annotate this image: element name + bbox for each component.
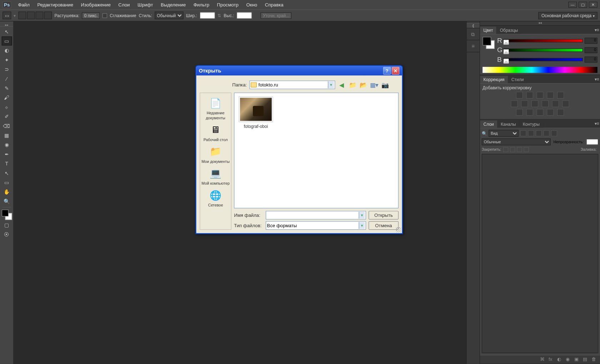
color-panel-menu[interactable]: ▾≡ bbox=[595, 28, 599, 32]
adj-panel-menu[interactable]: ▾≡ bbox=[595, 77, 599, 81]
place-mycomputer[interactable]: 💻 Мой компьютер bbox=[200, 166, 231, 187]
adjustment-layer-icon[interactable]: ◉ bbox=[566, 356, 572, 363]
tool-rectangle[interactable]: ▭ bbox=[1, 178, 12, 187]
layers-panel-menu[interactable]: ▾≡ bbox=[595, 121, 599, 126]
workspace-switcher[interactable]: Основная рабочая среда ▾ bbox=[539, 12, 598, 19]
menu-filter[interactable]: Фильтр bbox=[190, 1, 213, 8]
adj-colorlookup[interactable] bbox=[562, 100, 569, 107]
width-input[interactable] bbox=[200, 12, 215, 19]
view-options-icon[interactable]: ▦▾ bbox=[370, 81, 379, 89]
filter-type[interactable] bbox=[536, 130, 542, 136]
adj-gradientmap[interactable] bbox=[547, 109, 554, 116]
layers-list[interactable] bbox=[482, 154, 598, 353]
menu-help[interactable]: Справка bbox=[261, 1, 287, 8]
tool-type[interactable]: T bbox=[1, 159, 12, 168]
panels-collapse[interactable]: ◂◂ bbox=[480, 21, 600, 26]
b-slider[interactable] bbox=[503, 58, 583, 61]
filename-input[interactable]: ▼ bbox=[266, 211, 366, 219]
filter-smart[interactable] bbox=[551, 130, 557, 136]
menu-file[interactable]: Файл bbox=[15, 1, 33, 8]
feather-input[interactable]: 0 пикс. bbox=[82, 12, 100, 19]
tool-move[interactable]: ↖ bbox=[1, 27, 12, 36]
tool-eyedropper[interactable]: ⁄ bbox=[1, 74, 12, 83]
selection-new[interactable] bbox=[19, 11, 26, 19]
place-network[interactable]: 🌐 Сетевое bbox=[200, 188, 231, 209]
dialog-close-button[interactable]: ✕ bbox=[392, 67, 400, 75]
r-value[interactable]: 0 bbox=[585, 38, 598, 44]
lock-transparency[interactable] bbox=[503, 147, 508, 152]
tool-history-brush[interactable]: ✐ bbox=[1, 112, 12, 121]
filter-adjust[interactable] bbox=[528, 130, 534, 136]
dialog-resize-handle[interactable] bbox=[396, 227, 401, 232]
selection-add[interactable] bbox=[27, 11, 35, 19]
adj-selective[interactable] bbox=[557, 109, 564, 116]
link-layers-icon[interactable]: ⌘ bbox=[540, 356, 546, 363]
tab-swatches[interactable]: Образцы bbox=[496, 26, 521, 34]
menu-window[interactable]: Окно bbox=[243, 1, 261, 8]
tool-crop[interactable]: ⊃ bbox=[1, 65, 12, 74]
adj-exposure[interactable] bbox=[547, 92, 554, 99]
tool-hand[interactable]: ✋ bbox=[1, 187, 12, 196]
tool-healing[interactable]: ✎ bbox=[1, 84, 12, 93]
selection-intersect[interactable] bbox=[44, 11, 52, 19]
tool-eraser[interactable]: ⌫ bbox=[1, 121, 12, 130]
filetype-dropdown[interactable]: ▼ bbox=[359, 222, 365, 229]
menu-image[interactable]: Изображение bbox=[78, 1, 114, 8]
color-swatches[interactable] bbox=[1, 210, 12, 220]
tab-layers[interactable]: Слои bbox=[480, 120, 497, 128]
adj-levels[interactable] bbox=[526, 92, 533, 99]
maximize-button[interactable]: ▢ bbox=[579, 2, 587, 8]
refine-edge-button[interactable]: Уточн. край... bbox=[261, 12, 291, 19]
lock-all[interactable] bbox=[524, 147, 529, 152]
tab-channels[interactable]: Каналы bbox=[497, 120, 519, 128]
tool-screenmode[interactable]: ⦿ bbox=[1, 230, 12, 239]
b-value[interactable]: 0 bbox=[585, 56, 598, 63]
place-desktop[interactable]: 🖥 Рабочий стол bbox=[200, 122, 231, 143]
tool-pen[interactable]: ✒ bbox=[1, 150, 12, 159]
nav-back-icon[interactable]: ◀ bbox=[338, 81, 346, 89]
adj-threshold[interactable] bbox=[536, 109, 543, 116]
adj-curves[interactable] bbox=[536, 92, 543, 99]
place-mydocs[interactable]: 📁 Мои документы bbox=[200, 144, 231, 165]
blend-mode-select[interactable]: Обычные bbox=[482, 139, 551, 145]
dialog-help-button[interactable]: ? bbox=[383, 67, 391, 75]
lock-position[interactable] bbox=[517, 147, 522, 152]
open-button[interactable]: Открыть bbox=[369, 211, 399, 219]
filter-type-select[interactable]: Вид bbox=[489, 130, 519, 137]
adj-channelmixer[interactable] bbox=[552, 100, 559, 107]
adj-bw[interactable] bbox=[531, 100, 538, 107]
strip-panel-2[interactable]: ≡ bbox=[467, 40, 480, 53]
strip-panel-1[interactable]: ⧉ bbox=[467, 28, 480, 40]
antialias-checkbox[interactable] bbox=[102, 13, 107, 18]
menu-layers[interactable]: Слои bbox=[115, 1, 133, 8]
menu-type[interactable]: Шрифт bbox=[134, 1, 156, 8]
tab-paths[interactable]: Контуры bbox=[519, 120, 543, 128]
tab-styles[interactable]: Стили bbox=[508, 76, 527, 83]
tool-quickmask[interactable]: ▢ bbox=[1, 220, 12, 229]
new-layer-icon[interactable]: ▤ bbox=[583, 356, 589, 363]
fg-color-swatch[interactable] bbox=[1, 210, 8, 216]
g-slider[interactable] bbox=[503, 49, 583, 52]
tool-dodge[interactable]: ◉ bbox=[1, 140, 12, 149]
new-folder-icon[interactable]: 📂 bbox=[359, 81, 368, 89]
filter-pixel[interactable] bbox=[520, 130, 526, 136]
opacity-input[interactable] bbox=[586, 139, 599, 145]
height-input[interactable] bbox=[237, 12, 252, 19]
group-icon[interactable]: ▣ bbox=[574, 356, 580, 363]
tool-path-select[interactable]: ↖ bbox=[1, 169, 12, 178]
trash-icon[interactable]: 🗑 bbox=[591, 356, 598, 363]
r-slider[interactable] bbox=[503, 39, 583, 43]
tab-adjustments[interactable]: Коррекция bbox=[480, 76, 508, 83]
selection-subtract[interactable] bbox=[36, 11, 44, 19]
filename-dropdown[interactable]: ▼ bbox=[359, 212, 365, 219]
file-item[interactable]: fotograf-oboi bbox=[238, 96, 274, 204]
filetype-select[interactable]: Все форматы ▼ bbox=[266, 221, 366, 230]
dialog-titlebar[interactable]: Открыть ? ✕ bbox=[196, 66, 402, 75]
style-select[interactable]: Обычный bbox=[155, 11, 183, 19]
current-tool-indicator[interactable]: ▭ bbox=[2, 11, 11, 19]
adj-hue[interactable] bbox=[511, 100, 518, 107]
place-recent[interactable]: 📄 Недавние документы bbox=[200, 96, 231, 121]
color-spectrum[interactable] bbox=[482, 67, 598, 73]
folder-select[interactable]: fotokto.ru ▼ bbox=[249, 81, 335, 89]
fx-icon[interactable]: fx bbox=[549, 356, 555, 363]
